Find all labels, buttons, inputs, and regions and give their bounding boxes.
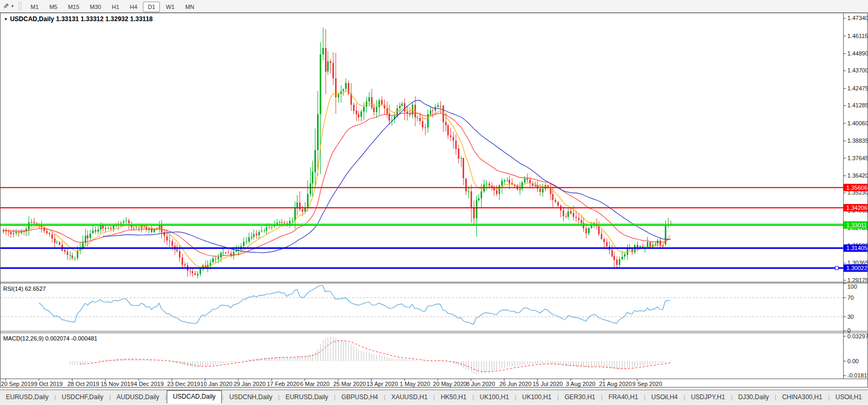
timeframe-button-mn[interactable]: MN: [180, 2, 199, 12]
rsi-tick-label: 30: [847, 314, 854, 320]
timeframe-buttons: M1M5M15M30H1H4D1W1MN: [25, 2, 200, 11]
chart-tab[interactable]: CHINA300,H1: [776, 392, 828, 403]
chart-workspace: 1.473401.461151.448901.437001.424751.412…: [0, 13, 868, 388]
date-tick-label: 29 Jan 2020: [233, 381, 266, 387]
chart-tab[interactable]: AUDUSD,Daily: [111, 392, 165, 403]
price-tick-label: 1.40060: [847, 120, 868, 126]
timeframe-button-w1[interactable]: W1: [161, 2, 179, 12]
chart-tab[interactable]: DJ30,Daily: [733, 392, 775, 403]
price-line-label: 1.31405: [846, 245, 867, 251]
date-tick-label: 9 Sep 2020: [632, 381, 662, 387]
chart-tab[interactable]: GER30,H1: [559, 392, 601, 403]
timeframe-button-m30[interactable]: M30: [85, 2, 106, 12]
date-tick-label: 20 May 2020: [433, 381, 467, 387]
date-tick-label: 17 Feb 2020: [267, 381, 300, 387]
chart-tab[interactable]: USDCHF,Daily: [56, 392, 110, 403]
chart-tab[interactable]: USDCNH,Daily: [223, 392, 278, 403]
macd-tick-label: 0.032972: [847, 333, 868, 339]
timeframe-button-h1[interactable]: H1: [107, 2, 124, 12]
timeframe-button-d1[interactable]: D1: [143, 2, 160, 12]
timeframe-toolbar: ✎ ▼ M1M5M15M30H1H4D1W1MN: [0, 0, 868, 13]
date-tick-label: 21 Aug 2020: [599, 381, 632, 387]
chart-tab-bar: EURUSD,Daily|USDCHF,Daily|AUDUSD,Daily|U…: [0, 390, 868, 403]
price-tick-label: 1.41285: [847, 102, 868, 108]
chart-tab[interactable]: USDJPY,H1: [685, 392, 730, 403]
chart-tab[interactable]: GBPUSD,H4: [336, 392, 384, 403]
line-drag-handle[interactable]: [835, 266, 838, 270]
timeframe-button-m1[interactable]: M1: [26, 2, 43, 12]
price-tick-label: 1.47340: [847, 15, 868, 21]
date-tick-label: 13 Apr 2020: [367, 381, 398, 387]
chart-tool-icon[interactable]: ✎: [3, 2, 9, 10]
date-tick-label: 1 May 2020: [400, 381, 430, 387]
chart-tab[interactable]: EURUSD,Daily: [0, 392, 55, 403]
date-tick-label: 6 Mar 2020: [300, 381, 330, 387]
chart-tab[interactable]: UK100,H1: [474, 392, 514, 403]
price-tick-label: 1.42475: [847, 85, 868, 91]
price-tick-label: 1.36420: [847, 172, 868, 179]
price-chart: 1.473401.461151.448901.437001.424751.412…: [0, 13, 868, 388]
date-tick-label: 4 Dec 2019: [134, 381, 164, 387]
chart-tab[interactable]: EURUSD,Daily: [279, 392, 334, 403]
chart-tab[interactable]: FRA40,H1: [603, 392, 644, 403]
date-tick-label: 15 Nov 2019: [101, 381, 133, 387]
chart-tab[interactable]: USOil,H4: [646, 392, 684, 403]
price-line-label: 1.35606: [846, 185, 867, 191]
chart-tab[interactable]: USOil,H1: [830, 392, 868, 403]
price-tick-label: 1.43700: [847, 67, 868, 73]
timeframe-button-m15[interactable]: M15: [63, 2, 84, 12]
rsi-tick-label: 100: [847, 283, 857, 290]
toolbar-grip-handle[interactable]: [19, 2, 21, 11]
date-tick-label: 9 Oct 2019: [34, 381, 63, 387]
price-line-label: 1.34206: [846, 205, 867, 211]
trading-platform-window: ✎ ▼ M1M5M15M30H1H4D1W1MN 1.473401.461151…: [0, 0, 868, 405]
chart-tab[interactable]: HK50,H1: [435, 392, 473, 403]
price-line-label: 1.33011: [846, 222, 867, 228]
price-line-label: 1.30022: [846, 265, 867, 271]
date-tick-label: 3 Aug 2020: [566, 381, 595, 387]
chart-tab[interactable]: XAUUSD,H1: [385, 392, 433, 403]
chart-tab[interactable]: UK100,H1: [517, 392, 557, 403]
price-tick-label: 1.29175: [847, 277, 868, 283]
price-tick-label: 1.38835: [847, 137, 868, 144]
date-tick-label: 10 Jan 2020: [201, 381, 233, 387]
price-tick-label: 1.44890: [847, 50, 868, 57]
date-tick-label: 20 Sep 2019: [1, 381, 34, 387]
timeframe-button-m5[interactable]: M5: [44, 2, 62, 12]
date-tick-label: 25 Mar 2020: [333, 381, 366, 387]
timeframe-button-h4[interactable]: H4: [125, 2, 142, 12]
date-tick-label: 8 Jun 2020: [466, 381, 495, 387]
date-tick-label: 23 Dec 2019: [167, 381, 200, 387]
price-tick-label: 1.37645: [847, 155, 868, 161]
date-tick-label: 26 Jun 2020: [500, 381, 532, 387]
macd-tick-label: -0.018154: [847, 372, 868, 379]
rsi-tick-label: 70: [847, 294, 854, 301]
date-tick-label: 28 Oct 2019: [67, 381, 99, 387]
date-tick-label: 15 Jul 2020: [533, 381, 563, 387]
price-tick-label: 1.46115: [847, 33, 868, 39]
macd-tick-label: 0.00: [847, 358, 858, 364]
chevron-down-icon[interactable]: ▼: [11, 4, 14, 8]
chart-tab[interactable]: USDCAD,Daily: [167, 390, 222, 403]
